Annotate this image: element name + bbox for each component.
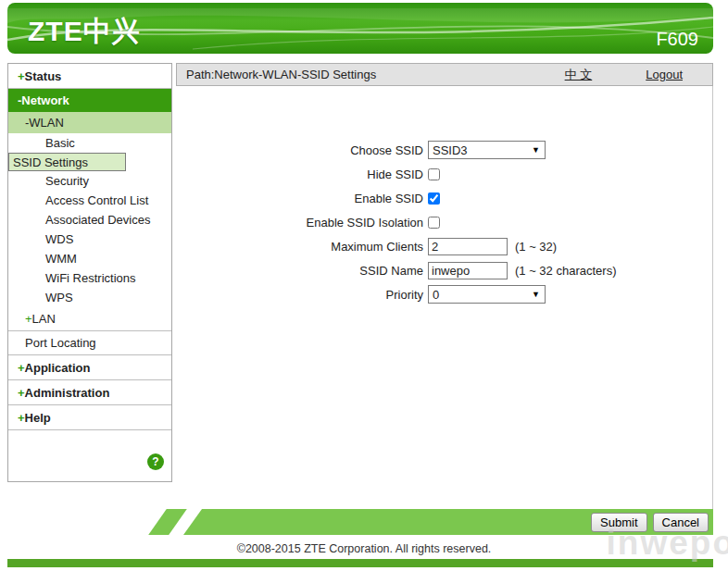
sidebar-item-help[interactable]: +Help [8,405,171,430]
maximum-clients-input[interactable] [428,238,508,255]
sidebar-item-ssid-settings[interactable]: SSID Settings [8,153,126,171]
ssid-name-label: SSID Name [176,264,428,278]
ssid-name-row: SSID Name (1 ~ 32 characters) [176,258,713,282]
choose-ssid-row: Choose SSID SSID3 ▼ [176,138,713,162]
ssid-name-hint: (1 ~ 32 characters) [515,264,616,278]
priority-select[interactable]: 0 ▼ [428,285,546,304]
chevron-down-icon: ▼ [532,290,540,299]
submit-button[interactable]: Submit [591,513,646,532]
bottom-green-bar [7,559,713,567]
sidebar-item-network[interactable]: -Network [8,89,171,112]
choose-ssid-value: SSID3 [433,143,468,157]
enable-ssid-label: Enable SSID [176,192,428,205]
sidebar-item-wlan[interactable]: -WLAN [8,112,171,133]
expand-plus-icon: + [25,312,32,326]
path-bar: Path:Network-WLAN-SSID Settings 中 文 Logo… [176,63,713,86]
copyright-text: ©2008-2015 ZTE Corporation. All rights r… [0,542,728,555]
enable-ssid-checkbox[interactable] [428,192,440,205]
hide-ssid-label: Hide SSID [176,168,428,181]
expand-plus-icon: + [18,386,25,400]
chevron-down-icon: ▼ [532,145,540,155]
choose-ssid-label: Choose SSID [176,143,428,157]
priority-row: Priority 0 ▼ [176,282,713,306]
enable-ssid-isolation-label: Enable SSID Isolation [176,216,428,230]
sidebar-item-access-control-list[interactable]: Access Control List [8,191,171,210]
expand-plus-icon: + [18,411,25,425]
action-bar: Submit Cancel [183,509,713,535]
sidebar-item-security[interactable]: Security [8,171,171,191]
maximum-clients-row: Maximum Clients (1 ~ 32) [176,234,713,258]
sidebar-item-wmm[interactable]: WMM [8,249,171,268]
enable-ssid-isolation-row: Enable SSID Isolation [176,210,713,234]
enable-ssid-row: Enable SSID [176,186,713,210]
sidebar-item-wds[interactable]: WDS [8,230,171,249]
choose-ssid-select[interactable]: SSID3 ▼ [428,141,546,159]
breadcrumb: Path:Network-WLAN-SSID Settings [177,68,565,81]
sidebar-item-basic[interactable]: Basic [8,133,171,153]
sidebar-item-application[interactable]: +Application [8,355,171,380]
logout-link[interactable]: Logout [646,68,683,81]
model-number: F609 [656,29,698,50]
zte-logo: ZTE中兴 [28,13,141,51]
help-question-icon[interactable]: ? [147,453,164,470]
router-admin-page: ZTE中兴 F609 +Status -Network -WLAN Basic … [0,0,728,571]
enable-ssid-isolation-checkbox[interactable] [428,217,440,229]
sidebar-nav: +Status -Network -WLAN Basic SSID Settin… [7,63,172,482]
header-banner: ZTE中兴 F609 [7,3,713,54]
sidebar-item-status[interactable]: +Status [8,64,171,89]
sidebar-item-lan[interactable]: +LAN [8,307,171,331]
sidebar-item-port-locating[interactable]: Port Locating [8,331,171,355]
expand-plus-icon: + [18,361,25,375]
maximum-clients-label: Maximum Clients [176,240,428,254]
sidebar-item-wps[interactable]: WPS [8,288,171,307]
cancel-button[interactable]: Cancel [653,513,709,532]
action-bar-stripe-decoration [148,509,187,535]
sidebar-item-wifi-restrictions[interactable]: WiFi Restrictions [8,268,171,288]
hide-ssid-row: Hide SSID [176,162,713,186]
hide-ssid-checkbox[interactable] [428,168,440,180]
priority-label: Priority [176,288,428,302]
sidebar-item-administration[interactable]: +Administration [8,380,171,405]
sidebar-item-associated-devices[interactable]: Associated Devices [8,210,171,230]
language-switch-link[interactable]: 中 文 [565,67,593,83]
ssid-settings-form: Choose SSID SSID3 ▼ Hide SSID Enable SSI… [176,138,713,306]
expand-plus-icon: + [18,69,25,83]
ssid-name-input[interactable] [428,262,508,279]
priority-value: 0 [433,288,439,302]
maximum-clients-hint: (1 ~ 32) [515,240,557,254]
